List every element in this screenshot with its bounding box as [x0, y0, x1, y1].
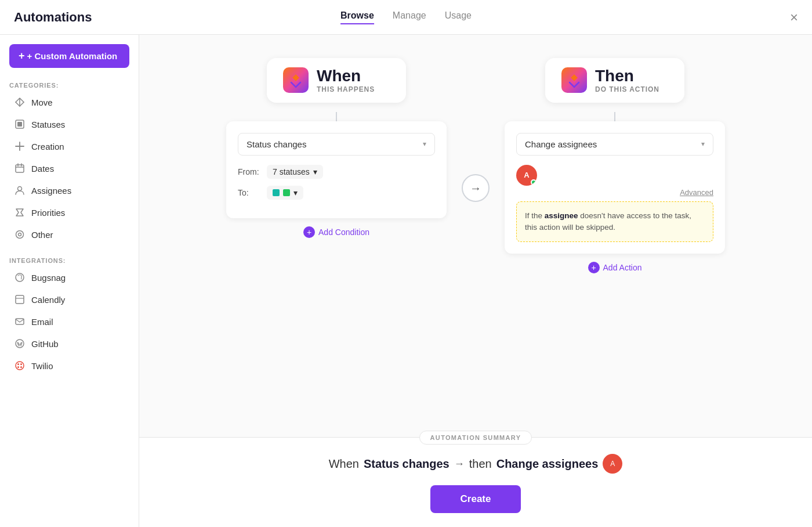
- summary-arrow: →: [454, 458, 465, 470]
- advanced-link[interactable]: Advanced: [516, 188, 713, 197]
- connector-arrow: →: [447, 58, 505, 202]
- sidebar-item-priorities[interactable]: Priorities: [5, 201, 134, 223]
- action-dropdown[interactable]: Change assignees ▾: [516, 133, 713, 156]
- teal-status-dot: [273, 189, 280, 196]
- then-title: Then: [595, 67, 659, 85]
- summary-avatar: A: [603, 454, 622, 474]
- sidebar-item-label: Email: [31, 317, 53, 327]
- then-subtitle: DO THIS ACTION: [595, 85, 659, 93]
- add-condition-label: Add Condition: [318, 228, 369, 237]
- chevron-down-icon: ▾: [701, 140, 705, 148]
- tab-browse[interactable]: Browse: [340, 10, 374, 24]
- plus-circle-icon: +: [303, 226, 315, 238]
- from-value[interactable]: 7 statuses ▾: [267, 165, 323, 179]
- sidebar-item-bugsnag[interactable]: Bugsnag: [5, 266, 134, 288]
- svg-point-8: [18, 187, 22, 191]
- move-icon: [14, 96, 26, 108]
- tab-manage[interactable]: Manage: [393, 10, 426, 24]
- plus-icon: +: [19, 50, 25, 62]
- trigger-dropdown[interactable]: Status changes ▾: [238, 133, 435, 156]
- create-button[interactable]: Create: [430, 485, 521, 513]
- sidebar-item-email[interactable]: Email: [5, 311, 134, 333]
- email-icon: [14, 316, 26, 327]
- sidebar-item-label: Statuses: [31, 120, 65, 129]
- close-button[interactable]: ×: [790, 9, 798, 26]
- chevron-down-icon: ▾: [313, 167, 317, 176]
- warning-bold-text: assignee: [545, 211, 578, 220]
- when-title: When: [317, 67, 375, 85]
- action-dropdown-label: Change assignees: [525, 139, 597, 149]
- sidebar-item-label: Move: [31, 98, 53, 107]
- warning-box: If the assignee doesn't have access to t…: [516, 201, 713, 243]
- summary-when-text: When: [329, 457, 359, 471]
- svg-point-9: [16, 231, 24, 239]
- summary-trigger: Status changes: [364, 457, 449, 471]
- sidebar-item-label: Calendly: [31, 295, 65, 305]
- to-label: To:: [238, 188, 261, 197]
- sidebar-item-calendly[interactable]: Calendly: [5, 288, 134, 311]
- svg-point-17: [16, 362, 24, 370]
- chevron-down-icon: ▾: [293, 188, 298, 197]
- from-statuses-text: 7 statuses: [273, 167, 310, 176]
- summary-label: AUTOMATION SUMMARY: [419, 431, 532, 445]
- arrow-icon: →: [462, 174, 490, 202]
- summary-action: Change assignees: [496, 457, 599, 471]
- tab-usage[interactable]: Usage: [445, 10, 472, 24]
- sidebar-item-github[interactable]: GitHub: [5, 333, 134, 355]
- statuses-icon: [14, 118, 26, 130]
- sidebar-item-creation[interactable]: Creation: [5, 135, 134, 157]
- chevron-down-icon: ▾: [423, 140, 426, 148]
- github-icon: [14, 338, 26, 349]
- other-icon: [14, 229, 26, 240]
- svg-point-19: [20, 363, 22, 365]
- then-logo: [561, 67, 587, 93]
- sidebar-item-label: Other: [31, 230, 53, 240]
- summary-then-text: then: [469, 457, 492, 471]
- add-action-button[interactable]: + Add Action: [588, 262, 642, 273]
- svg-rect-12: [16, 295, 24, 304]
- svg-rect-4: [16, 165, 24, 172]
- sidebar-item-move[interactable]: Move: [5, 91, 134, 113]
- sidebar-item-label: Assignees: [31, 186, 71, 196]
- summary-bar: AUTOMATION SUMMARY When Status changes →…: [139, 437, 812, 527]
- sidebar-item-other[interactable]: Other: [5, 223, 134, 246]
- sidebar-item-assignees[interactable]: Assignees: [5, 179, 134, 201]
- action-condition-card: Change assignees ▾ A Advanced If the ass…: [505, 121, 725, 254]
- svg-point-21: [20, 366, 22, 368]
- dates-icon: [14, 163, 26, 174]
- calendly-icon: [14, 294, 26, 305]
- summary-text: When Status changes → then Change assign…: [329, 454, 623, 474]
- add-action-label: Add Action: [603, 263, 642, 272]
- creation-icon: [14, 140, 26, 152]
- sidebar-item-dates[interactable]: Dates: [5, 157, 134, 179]
- categories-label: CATEGORIES:: [0, 77, 139, 91]
- sidebar-item-label: Priorities: [31, 208, 65, 218]
- when-logo: [283, 67, 309, 93]
- sidebar-item-label: Twilio: [31, 361, 53, 371]
- assignee-avatar: A: [516, 165, 537, 186]
- sidebar-item-label: Creation: [31, 142, 64, 151]
- green-status-dot: [283, 189, 290, 196]
- twilio-icon: [14, 360, 26, 371]
- trigger-condition-card: Status changes ▾ From: 7 statuses ▾ To:: [226, 121, 447, 218]
- warning-pre-text: If the: [525, 211, 545, 220]
- svg-point-18: [17, 363, 19, 365]
- sidebar-item-label: Bugsnag: [31, 273, 66, 283]
- sidebar-item-twilio[interactable]: Twilio: [5, 355, 134, 377]
- sidebar-item-statuses[interactable]: Statuses: [5, 113, 134, 135]
- custom-automation-button[interactable]: + + Custom Automation: [9, 44, 129, 68]
- add-condition-button[interactable]: + Add Condition: [303, 226, 369, 238]
- to-value[interactable]: ▾: [267, 186, 303, 200]
- integrations-label: INTEGRATIONS:: [0, 252, 139, 266]
- from-row: From: 7 statuses ▾: [238, 165, 435, 179]
- when-card-header: When THIS HAPPENS: [267, 58, 406, 103]
- from-label: From:: [238, 167, 261, 176]
- sidebar-item-label: Dates: [31, 164, 54, 174]
- sidebar-item-label: GitHub: [31, 339, 59, 349]
- svg-point-20: [17, 366, 19, 368]
- when-subtitle: THIS HAPPENS: [317, 85, 375, 93]
- svg-rect-14: [16, 319, 24, 324]
- plus-circle-icon: +: [588, 262, 600, 273]
- svg-rect-1: [17, 122, 22, 127]
- trigger-dropdown-label: Status changes: [246, 139, 306, 149]
